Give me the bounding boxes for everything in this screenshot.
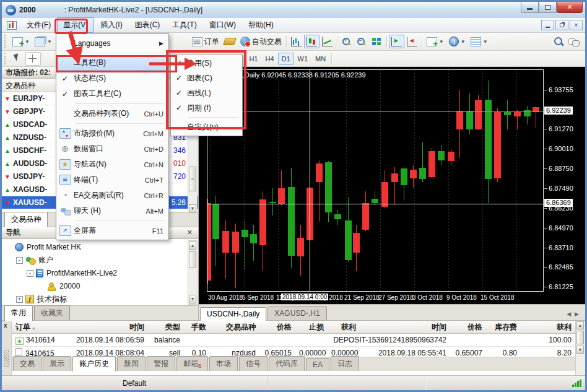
- terminal-tab-市场[interactable]: 市场: [209, 356, 238, 371]
- menu-item[interactable]: 显示(V): [57, 17, 94, 33]
- scrollbar-down-arrow[interactable]: ▼: [189, 204, 196, 213]
- terminal-tab-警报[interactable]: 警报: [147, 356, 175, 371]
- column-header[interactable]: 时间: [71, 322, 148, 333]
- tabs-left-icon[interactable]: ◀: [567, 311, 571, 317]
- view-menu-item[interactable]: ✓图表工具栏(C): [56, 86, 168, 102]
- menu-item[interactable]: 帮助(H): [242, 17, 280, 33]
- new-order-button[interactable]: 订单: [189, 35, 222, 48]
- column-header[interactable]: 订单 ▴: [12, 322, 71, 333]
- terminal-close-icon[interactable]: x: [4, 322, 7, 329]
- view-menu-item[interactable]: 交易品种列表(O)Ctrl+U: [56, 106, 168, 121]
- toolbars-submenu-item[interactable]: ✓图表(C): [171, 71, 242, 85]
- terminal-tab-EA[interactable]: EA: [306, 358, 329, 371]
- toolbar-grip[interactable]: [4, 35, 7, 48]
- scrollbar-thumb[interactable]: ≡: [189, 167, 196, 191]
- chart-tab[interactable]: XAGUSD-,H1: [267, 307, 326, 320]
- period-H4[interactable]: H4: [261, 53, 277, 65]
- mdi-close-button[interactable]: ×: [570, 20, 583, 30]
- view-menu-item[interactable]: ✓状态栏(S): [56, 71, 168, 86]
- view-menu-item[interactable]: ★导航器(N)Ctrl+N: [56, 157, 168, 172]
- terminal-tab-代码库[interactable]: 代码库: [269, 356, 305, 371]
- menu-item[interactable]: 图表(C): [129, 17, 167, 33]
- close-button[interactable]: ✕: [557, 2, 583, 13]
- tree-item[interactable]: +ƒ技术指标: [4, 293, 198, 305]
- terminal-tab-展示[interactable]: 展示: [43, 356, 71, 371]
- tab-symbols[interactable]: 交易品种: [4, 212, 48, 227]
- menu-item[interactable]: 文件(F): [20, 17, 57, 33]
- toolbars-submenu-item[interactable]: ✓画线(L): [171, 85, 242, 100]
- view-menu-item[interactable]: ⊕数据窗口Ctrl+D: [56, 141, 168, 157]
- terminal-tab-新闻[interactable]: 新闻: [117, 356, 146, 371]
- terminal-tab-日志[interactable]: 日志: [331, 356, 359, 371]
- terminal-scrollbar[interactable]: ▲ ▼: [575, 321, 585, 375]
- navigator-scrollbar[interactable]: ▲ ▼: [188, 240, 198, 305]
- periods-button[interactable]: ▼: [446, 35, 468, 48]
- scrollbar-thumb[interactable]: [576, 331, 584, 344]
- line-chart-button[interactable]: [320, 35, 335, 48]
- history-row[interactable]: ▲34106142018.09.14 08:06:59balanceDEPOSI…: [12, 334, 575, 347]
- menu-item[interactable]: 插入(I): [94, 17, 128, 33]
- column-header[interactable]: 交易品种: [210, 322, 259, 333]
- navigator-close-icon[interactable]: ✕: [185, 229, 194, 237]
- period-MN[interactable]: MN: [311, 53, 329, 65]
- bar-chart-button[interactable]: [289, 35, 304, 48]
- toolbar-grip-2[interactable]: [4, 53, 7, 65]
- period-H1[interactable]: H1: [245, 53, 261, 65]
- auto-scroll-button[interactable]: [389, 35, 404, 48]
- zoom-out-button[interactable]: −: [354, 35, 369, 48]
- column-header[interactable]: 库存费: [486, 322, 521, 333]
- view-menu-item[interactable]: 市场报价(M)Ctrl+M: [56, 126, 168, 141]
- scrollbar-down-arrow[interactable]: ▼: [576, 346, 584, 354]
- mdi-restore-button[interactable]: [555, 20, 568, 30]
- tree-item[interactable]: -账户: [4, 254, 198, 267]
- templates-button[interactable]: ▼: [468, 35, 490, 48]
- menu-item[interactable]: 工具(T): [166, 17, 202, 33]
- navigator-tab-收藏夹[interactable]: 收藏夹: [34, 305, 70, 320]
- restore-button[interactable]: [539, 2, 557, 13]
- view-menu-item[interactable]: 聊天 (H)Alt+M: [56, 203, 168, 219]
- toolbars-submenu-item[interactable]: ✓常用(S): [171, 56, 242, 71]
- period-W1[interactable]: W1: [294, 53, 312, 65]
- terminal-grip[interactable]: [4, 351, 9, 367]
- column-header[interactable]: 价格: [450, 322, 486, 333]
- history-row[interactable]: 34106152018.09.14 08:08:04sell0.10nzdusd…: [12, 347, 575, 357]
- terminal-tab-交易[interactable]: 交易: [13, 356, 41, 371]
- view-menu-item[interactable]: 工具栏(B): [56, 55, 168, 71]
- autotrading-button[interactable]: 自动交易: [238, 35, 284, 48]
- tree-expander[interactable]: -: [16, 257, 23, 264]
- menu-item[interactable]: 窗口(W): [203, 17, 242, 33]
- view-menu-item[interactable]: ≡终端(T)Ctrl+T: [56, 172, 168, 188]
- minimize-button[interactable]: [521, 2, 539, 13]
- indicators-button[interactable]: ▼: [424, 35, 446, 48]
- zoom-in-button[interactable]: +: [339, 35, 354, 48]
- terminal-tab-信号[interactable]: 信号: [239, 356, 267, 371]
- tree-item[interactable]: Profit Market HK: [4, 241, 198, 254]
- view-menu-item[interactable]: ↗全屏幕F11: [56, 223, 168, 238]
- terminal-tab-账户历史[interactable]: 账户历史: [72, 356, 116, 372]
- column-header[interactable]: 时间: [360, 322, 450, 333]
- gold-button[interactable]: [222, 35, 238, 48]
- scrollbar-thumb[interactable]: [189, 251, 196, 268]
- navigator-tab-常用[interactable]: 常用: [4, 305, 33, 321]
- column-header[interactable]: 获利: [328, 322, 360, 333]
- column-header[interactable]: 价格: [259, 322, 295, 333]
- period-D1[interactable]: D1: [278, 53, 294, 65]
- time-axis[interactable]: 30 Aug 20185 Sep 201811 Sep 201817 Sep 2…: [199, 292, 585, 304]
- tree-expander[interactable]: +: [16, 296, 23, 303]
- mdi-minimize-button[interactable]: [541, 20, 554, 30]
- column-header[interactable]: 止损: [295, 322, 328, 333]
- scrollbar-up-arrow[interactable]: ▲: [576, 321, 584, 329]
- tree-item[interactable]: 20000: [4, 280, 198, 293]
- cursor-button[interactable]: [10, 52, 25, 66]
- crosshair-button[interactable]: [25, 52, 41, 66]
- chart-shift-button[interactable]: [404, 35, 420, 48]
- chart-plot[interactable]: USDCNH-,Daily 6.92045 6.92338 6.91205 6.…: [207, 69, 544, 292]
- view-menu-item[interactable]: Languages▶: [56, 35, 168, 51]
- view-menu-item[interactable]: ◔EA交易测试(R)Ctrl+R: [56, 188, 168, 203]
- tree-item[interactable]: -ProfitMarketHK-Live2: [4, 267, 198, 280]
- tree-expander[interactable]: -: [27, 270, 33, 277]
- toolbars-submenu-item[interactable]: 自定义(u)...: [171, 120, 242, 134]
- profile-status[interactable]: Default: [2, 376, 267, 390]
- terminal-tab-邮箱[interactable]: 邮箱6: [176, 356, 208, 371]
- candlestick-button[interactable]: [304, 35, 320, 48]
